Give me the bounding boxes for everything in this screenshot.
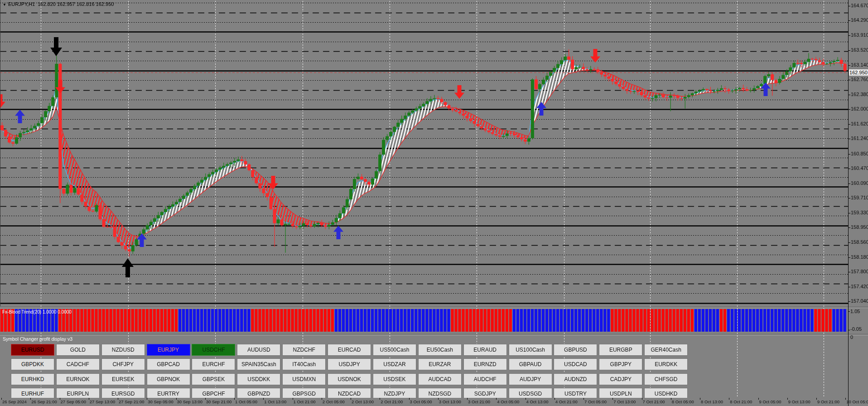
time-axis-label: 4 Oct 13:00: [526, 399, 549, 404]
symbol-button-spain35cash[interactable]: SPAIN35Cash: [237, 358, 280, 370]
symbol-button-eurjpy[interactable]: EURJPY: [147, 344, 190, 356]
time-axis-label: 26 Sep 2024: [2, 399, 27, 404]
current-price-tag: 162.950: [849, 69, 868, 76]
symbol-button-nzdcad[interactable]: NZDCAD: [328, 388, 371, 398]
symbol-button-it40cash[interactable]: IT40Cash: [282, 358, 326, 370]
price-axis-label: 163.140: [851, 62, 868, 68]
symbol-button-gbpdkk[interactable]: GBPDKK: [11, 358, 54, 370]
price-axis-label: 159.330: [851, 210, 868, 215]
time-axis-label: 4 Oct 05:00: [497, 399, 519, 404]
symbol-button-eurdkk[interactable]: EURDKK: [644, 358, 688, 370]
price-axis-label: 164.670: [851, 3, 868, 8]
symbol-button-eursek[interactable]: EURSEK: [101, 373, 145, 385]
time-axis-label: 7 Oct 21:00: [643, 399, 665, 404]
symbol-button-usdpln[interactable]: USDPLN: [599, 388, 642, 398]
symbol-button-audchf[interactable]: AUDCHF: [463, 373, 507, 385]
symbol-button-usdsgd[interactable]: USDSGD: [509, 388, 552, 398]
symbol-button-nzdchf[interactable]: NZDCHF: [282, 344, 326, 356]
price-axis-label: 158.180: [851, 254, 868, 260]
symbol-button-eurcad[interactable]: EURCAD: [328, 344, 371, 356]
symbol-button-eurchf[interactable]: EURCHF: [192, 358, 235, 370]
price-axis-label: 163.520: [851, 47, 868, 53]
time-axis-label: 7 Oct 13:00: [613, 399, 636, 404]
price-axis-label: 160.470: [851, 165, 868, 171]
indicator-scale-max: 1.05: [850, 309, 860, 314]
price-axis-label: 159.710: [851, 195, 868, 200]
price-axis-label: 157.800: [851, 269, 868, 274]
price-axis-label: 158.560: [851, 239, 868, 245]
symbol-button-gbpchf[interactable]: GBPCHF: [192, 388, 235, 398]
time-axis-label: 30 Sep 13:00: [177, 399, 203, 404]
indicator-scale-min: -0.05: [850, 326, 862, 332]
symbol-button-gbpusd[interactable]: GBPUSD: [554, 344, 597, 356]
symbol-button-chfsgd[interactable]: CHFSGD: [644, 373, 688, 385]
time-axis-label: 7 Oct 05:00: [584, 399, 607, 404]
symbol-button-usdjpy[interactable]: USDJPY: [328, 358, 371, 370]
time-axis-label: 27 Sep 13:00: [90, 399, 116, 404]
price-axis-label: 161.620: [851, 121, 868, 126]
symbol-button-usdchf[interactable]: USDCHF: [192, 344, 235, 356]
time-axis-label: 27 Sep 05:00: [61, 399, 87, 404]
symbol-button-usdsek[interactable]: USDSEK: [373, 373, 416, 385]
price-axis-label: 164.290: [851, 17, 868, 23]
symbol-button-eurtry[interactable]: EURTRY: [147, 388, 190, 398]
symbol-button-eurzar[interactable]: EURZAR: [418, 358, 462, 370]
symbol-button-audcad[interactable]: AUDCAD: [418, 373, 462, 385]
symbol-button-audnzd[interactable]: AUDNZD: [554, 373, 597, 385]
symbol-button-eurhkd[interactable]: EURHKD: [11, 373, 54, 385]
symbol-button-eurnzd[interactable]: EURNZD: [463, 358, 507, 370]
time-axis-label: 27 Sep 21:00: [119, 399, 145, 404]
time-axis-label: 9 Oct 13:00: [788, 399, 810, 404]
symbol-button-gbpsgd[interactable]: GBPSGD: [282, 388, 326, 398]
symbol-button-ger40cash[interactable]: GER40Cash: [644, 344, 688, 356]
symbol-button-usdzar[interactable]: USDZAR: [373, 358, 416, 370]
price-axis-label: 158.950: [851, 224, 868, 230]
symbol-button-nzdsgd[interactable]: NZDSGD: [418, 388, 462, 398]
symbol-button-usdmxn[interactable]: USDMXN: [282, 373, 326, 385]
chart-title-ohlc: 162.820 162.957 162.816 162.950: [38, 1, 114, 7]
symbol-button-cadjpy[interactable]: CADJPY: [599, 373, 642, 385]
symbol-button-eurusd[interactable]: EURUSD: [11, 344, 54, 356]
symbol-dropdown-icon[interactable]: ▼: [3, 3, 6, 7]
symbol-button-gbpcad[interactable]: GBPCAD: [147, 358, 190, 370]
symbol-button-usddkk[interactable]: USDDKK: [237, 373, 280, 385]
symbol-button-usdhkd[interactable]: USDHKD: [644, 388, 688, 398]
symbol-button-gbpaud[interactable]: GBPAUD: [509, 358, 552, 370]
symbol-button-usdnok[interactable]: USDNOK: [328, 373, 371, 385]
time-axis-label: 9 Oct 05:00: [759, 399, 781, 404]
symbol-grid: EURUSDGOLDNZDUSDEURJPYUSDCHFAUDUSDNZDCHF…: [0, 336, 848, 398]
price-axis-label: 162.380: [851, 92, 868, 97]
symbol-button-eurhuf[interactable]: EURHUF: [11, 388, 54, 398]
symbol-button-eurgbp[interactable]: EURGBP: [599, 344, 642, 356]
symbol-button-eu50cash[interactable]: EU50Cash: [418, 344, 462, 356]
time-axis-label: 26 Sep 21:00: [31, 399, 57, 404]
symbol-button-us100cash[interactable]: US100Cash: [509, 344, 552, 356]
time-axis-label: 3 Oct 05:00: [410, 399, 432, 404]
symbol-button-usdcad[interactable]: USDCAD: [554, 358, 597, 370]
time-axis-label: 30 Sep 21:00: [206, 399, 232, 404]
price-axis-label: 161.240: [851, 135, 868, 141]
time-axis-label: 8 Oct 05:00: [672, 399, 694, 404]
chart-title-symbol: EURJPY,H1: [8, 1, 35, 7]
symbol-button-cadchf[interactable]: CADCHF: [56, 358, 100, 370]
time-axis-label: 10 Oct 05:00: [846, 399, 868, 404]
time-axis-label: 2 Oct 13:00: [352, 399, 374, 404]
symbol-button-chfjpy[interactable]: CHFJPY: [101, 358, 145, 370]
symbol-button-nzdusd[interactable]: NZDUSD: [101, 344, 145, 356]
symbol-button-gold[interactable]: GOLD: [56, 344, 100, 356]
symbol-button-eurnok[interactable]: EURNOK: [56, 373, 100, 385]
symbol-button-nzdjpy[interactable]: NZDJPY: [373, 388, 416, 398]
time-axis-label: 4 Oct 21:00: [555, 399, 578, 404]
symbol-button-usdtry[interactable]: USDTRY: [554, 388, 597, 398]
symbol-button-us500cash[interactable]: US500Cash: [373, 344, 416, 356]
symbol-button-gbpjpy[interactable]: GBPJPY: [599, 358, 642, 370]
symbol-button-euraud[interactable]: EURAUD: [463, 344, 507, 356]
symbol-button-audjpy[interactable]: AUDJPY: [509, 373, 552, 385]
symbol-button-eursgd[interactable]: EURSGD: [101, 388, 145, 398]
symbol-button-eurpln[interactable]: EURPLN: [56, 388, 100, 398]
symbol-button-gbpnzd[interactable]: GBPNZD: [237, 388, 280, 398]
symbol-button-gbpsek[interactable]: GBPSEK: [192, 373, 235, 385]
symbol-button-gbpnok[interactable]: GBPNOK: [147, 373, 190, 385]
symbol-button-audusd[interactable]: AUDUSD: [237, 344, 280, 356]
symbol-button-sgdjpy[interactable]: SGDJPY: [463, 388, 507, 398]
